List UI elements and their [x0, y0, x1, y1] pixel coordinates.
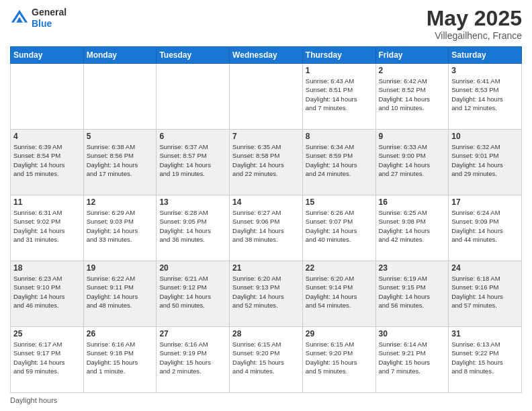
calendar-cell: 24Sunrise: 6:18 AM Sunset: 9:16 PM Dayli… — [449, 261, 522, 327]
title-location: Villegailhenc, France — [427, 30, 522, 41]
col-monday: Monday — [83, 47, 157, 64]
day-number: 5 — [87, 132, 154, 141]
calendar-cell: 1Sunrise: 6:43 AM Sunset: 8:51 PM Daylig… — [302, 64, 375, 130]
day-info: Sunrise: 6:32 AM Sunset: 9:01 PM Dayligh… — [451, 142, 519, 178]
day-number: 25 — [13, 329, 81, 338]
calendar-cell: 11Sunrise: 6:31 AM Sunset: 9:02 PM Dayli… — [11, 195, 84, 261]
day-number: 12 — [87, 197, 154, 207]
day-info: Sunrise: 6:39 AM Sunset: 8:54 PM Dayligh… — [13, 142, 81, 178]
day-number: 30 — [379, 329, 446, 338]
day-info: Sunrise: 6:34 AM Sunset: 8:59 PM Dayligh… — [306, 142, 373, 178]
day-number: 31 — [451, 329, 519, 338]
day-info: Sunrise: 6:43 AM Sunset: 8:51 PM Dayligh… — [306, 77, 373, 112]
title-block: May 2025 Villegailhenc, France — [427, 7, 522, 41]
day-info: Sunrise: 6:27 AM Sunset: 9:06 PM Dayligh… — [232, 208, 300, 244]
calendar-cell: 30Sunrise: 6:14 AM Sunset: 9:21 PM Dayli… — [375, 327, 449, 393]
logo-general: General — [32, 7, 66, 17]
day-number: 6 — [159, 132, 226, 141]
calendar-cell: 19Sunrise: 6:22 AM Sunset: 9:11 PM Dayli… — [83, 261, 157, 327]
calendar-cell: 22Sunrise: 6:20 AM Sunset: 9:14 PM Dayli… — [302, 261, 375, 327]
day-number: 28 — [232, 329, 300, 338]
day-info: Sunrise: 6:38 AM Sunset: 8:56 PM Dayligh… — [87, 142, 154, 178]
day-info: Sunrise: 6:25 AM Sunset: 9:08 PM Dayligh… — [379, 208, 446, 244]
calendar-cell: 29Sunrise: 6:15 AM Sunset: 9:20 PM Dayli… — [302, 327, 375, 393]
calendar-cell: 2Sunrise: 6:42 AM Sunset: 8:52 PM Daylig… — [375, 64, 449, 130]
calendar-cell: 5Sunrise: 6:38 AM Sunset: 8:56 PM Daylig… — [83, 130, 157, 195]
day-info: Sunrise: 6:19 AM Sunset: 9:15 PM Dayligh… — [379, 274, 446, 310]
calendar-cell: 21Sunrise: 6:20 AM Sunset: 9:13 PM Dayli… — [230, 261, 303, 327]
day-info: Sunrise: 6:13 AM Sunset: 9:22 PM Dayligh… — [451, 340, 519, 375]
calendar-cell: 8Sunrise: 6:34 AM Sunset: 8:59 PM Daylig… — [302, 130, 375, 195]
calendar-cell: 7Sunrise: 6:35 AM Sunset: 8:58 PM Daylig… — [230, 130, 303, 195]
calendar-cell — [83, 64, 157, 130]
calendar-week-row-1: 1Sunrise: 6:43 AM Sunset: 8:51 PM Daylig… — [11, 64, 522, 130]
day-number: 13 — [159, 197, 226, 207]
logo-icon — [10, 9, 29, 28]
col-tuesday: Tuesday — [157, 47, 230, 64]
day-info: Sunrise: 6:26 AM Sunset: 9:07 PM Dayligh… — [306, 208, 373, 244]
day-info: Sunrise: 6:31 AM Sunset: 9:02 PM Dayligh… — [13, 208, 81, 244]
calendar-cell: 3Sunrise: 6:41 AM Sunset: 8:53 PM Daylig… — [449, 64, 522, 130]
calendar-week-row-2: 4Sunrise: 6:39 AM Sunset: 8:54 PM Daylig… — [11, 130, 522, 195]
day-info: Sunrise: 6:23 AM Sunset: 9:10 PM Dayligh… — [13, 274, 81, 310]
calendar-cell: 16Sunrise: 6:25 AM Sunset: 9:08 PM Dayli… — [375, 195, 449, 261]
day-info: Sunrise: 6:22 AM Sunset: 9:11 PM Dayligh… — [87, 274, 154, 310]
calendar-header-row: Sunday Monday Tuesday Wednesday Thursday… — [11, 47, 522, 64]
day-number: 20 — [159, 263, 226, 273]
calendar-cell: 27Sunrise: 6:16 AM Sunset: 9:19 PM Dayli… — [157, 327, 230, 393]
day-number: 7 — [232, 132, 300, 141]
day-number: 21 — [232, 263, 300, 273]
calendar-cell: 13Sunrise: 6:28 AM Sunset: 9:05 PM Dayli… — [157, 195, 230, 261]
calendar-week-row-4: 18Sunrise: 6:23 AM Sunset: 9:10 PM Dayli… — [11, 261, 522, 327]
day-info: Sunrise: 6:15 AM Sunset: 9:20 PM Dayligh… — [232, 340, 300, 375]
calendar-cell: 9Sunrise: 6:33 AM Sunset: 9:00 PM Daylig… — [375, 130, 449, 195]
col-saturday: Saturday — [449, 47, 522, 64]
day-number: 2 — [379, 66, 446, 75]
calendar-cell: 26Sunrise: 6:16 AM Sunset: 9:18 PM Dayli… — [83, 327, 157, 393]
calendar-cell: 15Sunrise: 6:26 AM Sunset: 9:07 PM Dayli… — [302, 195, 375, 261]
day-info: Sunrise: 6:28 AM Sunset: 9:05 PM Dayligh… — [159, 208, 226, 244]
day-number: 14 — [232, 197, 300, 207]
calendar-cell: 6Sunrise: 6:37 AM Sunset: 8:57 PM Daylig… — [157, 130, 230, 195]
header: General Blue May 2025 Villegailhenc, Fra… — [10, 7, 522, 41]
day-info: Sunrise: 6:37 AM Sunset: 8:57 PM Dayligh… — [159, 142, 226, 178]
calendar-cell: 14Sunrise: 6:27 AM Sunset: 9:06 PM Dayli… — [230, 195, 303, 261]
logo-text: General Blue — [32, 7, 66, 30]
col-sunday: Sunday — [11, 47, 84, 64]
day-number: 17 — [451, 197, 519, 207]
calendar-cell — [230, 64, 303, 130]
day-number: 23 — [379, 263, 446, 273]
day-info: Sunrise: 6:29 AM Sunset: 9:03 PM Dayligh… — [87, 208, 154, 244]
calendar-cell: 20Sunrise: 6:21 AM Sunset: 9:12 PM Dayli… — [157, 261, 230, 327]
footer: Daylight hours — [10, 396, 522, 404]
col-wednesday: Wednesday — [230, 47, 303, 64]
calendar-week-row-3: 11Sunrise: 6:31 AM Sunset: 9:02 PM Dayli… — [11, 195, 522, 261]
day-info: Sunrise: 6:17 AM Sunset: 9:17 PM Dayligh… — [13, 340, 81, 375]
day-number: 18 — [13, 263, 81, 273]
calendar-cell: 17Sunrise: 6:24 AM Sunset: 9:09 PM Dayli… — [449, 195, 522, 261]
calendar-cell: 23Sunrise: 6:19 AM Sunset: 9:15 PM Dayli… — [375, 261, 449, 327]
calendar-cell: 4Sunrise: 6:39 AM Sunset: 8:54 PM Daylig… — [11, 130, 84, 195]
day-info: Sunrise: 6:16 AM Sunset: 9:18 PM Dayligh… — [87, 340, 154, 375]
day-number: 19 — [87, 263, 154, 273]
calendar-cell: 31Sunrise: 6:13 AM Sunset: 9:22 PM Dayli… — [449, 327, 522, 393]
day-number: 15 — [306, 197, 373, 207]
day-info: Sunrise: 6:14 AM Sunset: 9:21 PM Dayligh… — [379, 340, 446, 375]
day-info: Sunrise: 6:16 AM Sunset: 9:19 PM Dayligh… — [159, 340, 226, 375]
calendar-cell: 12Sunrise: 6:29 AM Sunset: 9:03 PM Dayli… — [83, 195, 157, 261]
logo: General Blue — [10, 7, 66, 30]
calendar-cell: 25Sunrise: 6:17 AM Sunset: 9:17 PM Dayli… — [11, 327, 84, 393]
day-info: Sunrise: 6:21 AM Sunset: 9:12 PM Dayligh… — [159, 274, 226, 310]
day-info: Sunrise: 6:33 AM Sunset: 9:00 PM Dayligh… — [379, 142, 446, 178]
day-info: Sunrise: 6:15 AM Sunset: 9:20 PM Dayligh… — [306, 340, 373, 375]
day-info: Sunrise: 6:42 AM Sunset: 8:52 PM Dayligh… — [379, 77, 446, 112]
calendar-table: Sunday Monday Tuesday Wednesday Thursday… — [10, 46, 522, 393]
day-number: 27 — [159, 329, 226, 338]
day-number: 16 — [379, 197, 446, 207]
day-info: Sunrise: 6:20 AM Sunset: 9:14 PM Dayligh… — [306, 274, 373, 310]
day-number: 26 — [87, 329, 154, 338]
calendar-cell — [157, 64, 230, 130]
page: General Blue May 2025 Villegailhenc, Fra… — [0, 0, 532, 411]
day-number: 10 — [451, 132, 519, 141]
logo-blue: Blue — [32, 18, 52, 29]
